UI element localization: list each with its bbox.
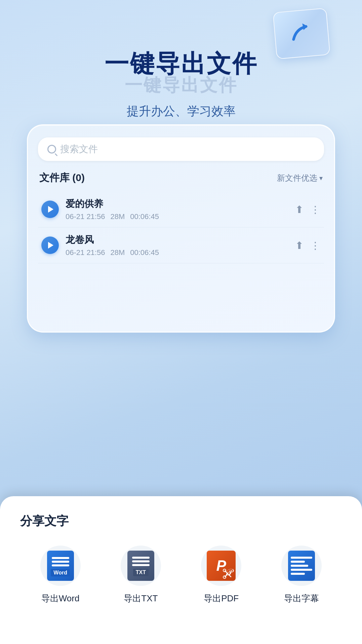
file-name-2: 龙卷风	[66, 233, 288, 246]
txt-line-2	[132, 560, 150, 562]
word-icon-circle: Word	[40, 546, 81, 586]
file-meta-1: 06-21 21:56 28M 00:06:45	[66, 212, 288, 221]
pdf-icon-circle: P 𝒫	[201, 546, 241, 586]
txt-line-1	[132, 557, 150, 559]
subtitle-line-3	[291, 565, 308, 567]
txt-line-3	[132, 564, 150, 566]
export-subtitle-label: 导出字幕	[284, 593, 319, 604]
file-duration-2: 00:06:45	[130, 248, 159, 257]
txt-icon: TXT	[127, 551, 154, 581]
word-line-3	[52, 564, 69, 566]
hero-title-bg: 一键导出文件	[0, 74, 362, 97]
pdf-icon: P 𝒫	[207, 551, 236, 581]
export-options: Word 导出Word TXT 导出TXT	[20, 546, 342, 604]
sort-selector[interactable]: 新文件优选 ▾	[277, 173, 323, 183]
share-icon-1[interactable]: ⬆	[295, 204, 304, 215]
export-txt-option[interactable]: TXT 导出TXT	[100, 546, 181, 604]
file-item-2: 龙卷风 06-21 21:56 28M 00:06:45 ⬆ ⋮	[38, 227, 324, 263]
export-word-option[interactable]: Word 导出Word	[20, 546, 100, 604]
search-bar[interactable]: 搜索文件	[38, 137, 324, 161]
file-date-1: 06-21 21:56	[66, 212, 105, 221]
txt-icon-lines	[129, 555, 152, 567]
word-icon-lines	[50, 555, 71, 568]
pdf-scissors-icon	[223, 569, 233, 579]
export-subtitle-option[interactable]: 导出字幕	[262, 546, 342, 604]
word-icon: Word	[47, 551, 74, 581]
play-triangle-icon-2	[48, 242, 53, 249]
hero-title: 一键导出文件	[0, 50, 362, 77]
subtitle-line-4	[291, 569, 312, 571]
subtitle-icon-circle	[281, 546, 322, 586]
file-list-header: 文件库 (0) 新文件优选 ▾	[38, 171, 324, 185]
file-actions-1: ⬆ ⋮	[295, 204, 321, 215]
search-placeholder: 搜索文件	[60, 143, 98, 156]
hero-section: 一键导出文件 一键导出文件 提升办公、学习效率	[0, 50, 362, 120]
chevron-down-icon: ▾	[319, 174, 323, 182]
subtitle-line-5	[291, 573, 305, 575]
file-date-2: 06-21 21:56	[66, 248, 105, 257]
txt-icon-circle: TXT	[121, 546, 161, 586]
svg-point-1	[223, 576, 226, 578]
export-arrow-icon	[285, 17, 318, 50]
export-pdf-label: 导出PDF	[204, 593, 239, 604]
share-panel: 分享文字 Word 导出Word	[0, 496, 362, 644]
export-word-label: 导出Word	[41, 593, 80, 604]
word-line-1	[52, 557, 69, 559]
sort-label: 新文件优选	[277, 173, 317, 183]
play-triangle-icon	[48, 206, 53, 213]
file-duration-1: 00:06:45	[130, 212, 159, 221]
play-button-1[interactable]	[41, 201, 59, 218]
subtitle-line-1	[291, 557, 312, 559]
export-txt-label: 导出TXT	[124, 593, 158, 604]
txt-label-tag: TXT	[133, 569, 149, 576]
phone-mockup: 搜索文件 文件库 (0) 新文件优选 ▾ 爱的供养 06-21 21:56 28…	[27, 124, 335, 333]
file-item-1: 爱的供养 06-21 21:56 28M 00:06:45 ⬆ ⋮	[38, 191, 324, 227]
share-icon-2[interactable]: ⬆	[295, 240, 304, 251]
subtitle-lines	[291, 557, 312, 575]
file-info-1: 爱的供养 06-21 21:56 28M 00:06:45	[66, 198, 288, 221]
subtitle-icon	[288, 551, 315, 581]
file-size-2: 28M	[110, 248, 125, 257]
word-line-2	[52, 561, 69, 563]
more-icon-1[interactable]: ⋮	[310, 204, 321, 215]
file-size-1: 28M	[110, 212, 125, 221]
file-info-2: 龙卷风 06-21 21:56 28M 00:06:45	[66, 233, 288, 257]
subtitle-line-2	[291, 561, 305, 563]
share-panel-title: 分享文字	[20, 513, 342, 529]
file-meta-2: 06-21 21:56 28M 00:06:45	[66, 248, 288, 257]
word-label-tag: Word	[51, 569, 70, 576]
file-actions-2: ⬆ ⋮	[295, 240, 321, 251]
more-icon-2[interactable]: ⋮	[310, 240, 321, 251]
file-library-title: 文件库 (0)	[39, 171, 85, 185]
export-pdf-option[interactable]: P 𝒫 导出PDF	[181, 546, 262, 604]
svg-point-0	[223, 569, 226, 572]
file-name-1: 爱的供养	[66, 198, 288, 210]
search-icon	[47, 145, 56, 154]
hero-description: 提升办公、学习效率	[0, 103, 362, 120]
play-button-2[interactable]	[41, 237, 59, 254]
